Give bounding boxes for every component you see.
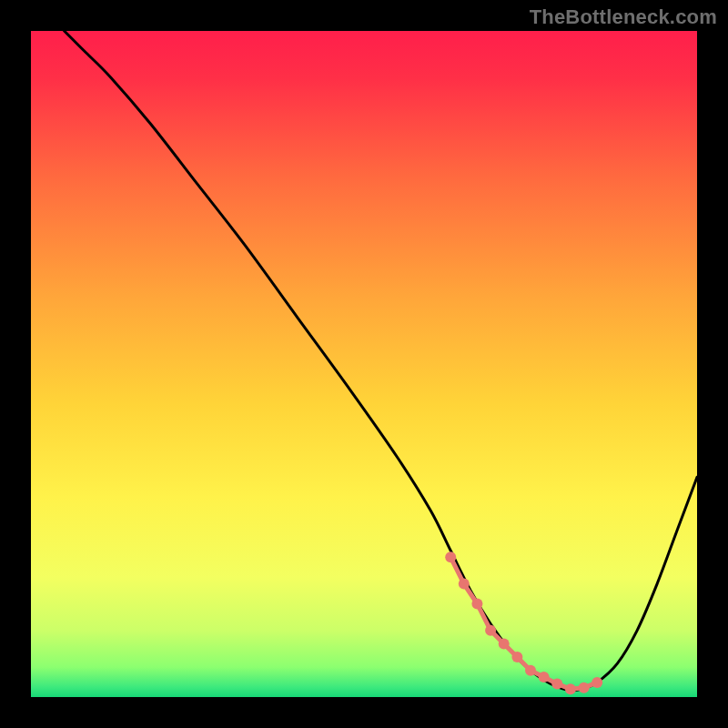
valley-segment (450, 557, 597, 689)
valley-marker (565, 683, 576, 694)
valley-marker (551, 678, 562, 689)
valley-marker (445, 551, 456, 562)
watermark-text: TheBottleneck.com (530, 5, 717, 29)
curve-layer (31, 31, 697, 697)
valley-marker (539, 672, 550, 682)
valley-marker (485, 625, 496, 636)
valley-marker (592, 677, 602, 688)
valley-marker (459, 579, 470, 590)
valley-marker (579, 682, 590, 693)
valley-marker (499, 638, 510, 649)
valley-marker (511, 652, 522, 662)
valley-marker (471, 599, 482, 610)
chart-frame: TheBottleneck.com (0, 0, 728, 728)
plot-area (31, 31, 697, 697)
bottleneck-curve (65, 31, 697, 691)
valley-marker (525, 665, 536, 676)
